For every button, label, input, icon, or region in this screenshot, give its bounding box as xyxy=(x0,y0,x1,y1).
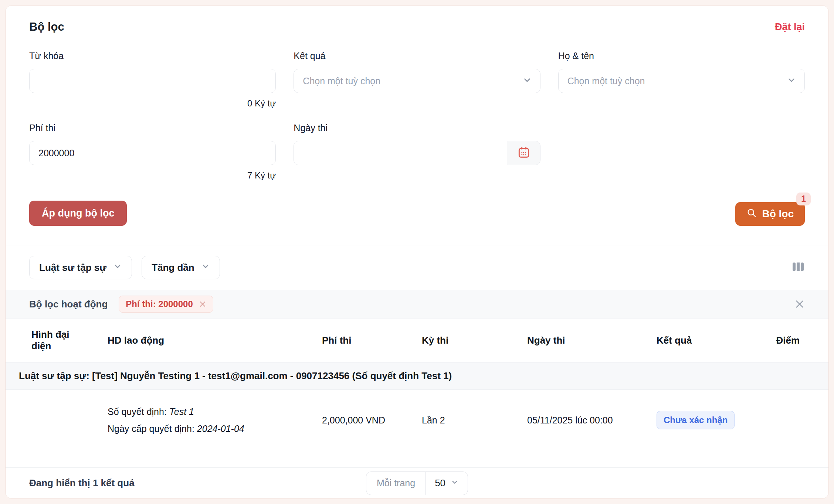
calendar-picker-button[interactable] xyxy=(508,141,540,165)
filter-buttons-row: Áp dụng bộ lọc 1 Bộ lọc xyxy=(29,201,805,226)
keyword-input[interactable] xyxy=(29,69,276,93)
group-header-text: Luật sư tập sự: [Test] Nguyễn Testing 1 … xyxy=(6,362,829,390)
calendar-icon xyxy=(518,146,530,160)
status-badge: Chưa xác nhận xyxy=(657,411,735,429)
keyword-label: Từ khóa xyxy=(29,51,276,61)
fee-label: Phí thi xyxy=(29,123,276,133)
sort-direction-value: Tăng dần xyxy=(152,262,194,273)
exam-date-input-wrap xyxy=(294,141,540,165)
fee-field-group: Phí thi 7 Ký tự xyxy=(29,123,276,181)
exam-round-cell: Lần 2 xyxy=(408,390,514,451)
column-header-exam-date: Ngày thi xyxy=(514,319,643,362)
chevron-down-icon xyxy=(522,75,532,86)
per-page-control: Mỗi trang 50 xyxy=(366,471,468,495)
per-page-value: 50 xyxy=(435,477,445,489)
filter-toggle-label: Bộ lọc xyxy=(762,208,794,220)
fee-cell: 2,000,000 VND xyxy=(309,390,408,451)
active-filters-bar: Bộ lọc hoạt động Phí thi: 2000000 xyxy=(6,290,828,319)
sort-field-dropdown[interactable]: Luật sư tập sự xyxy=(29,256,132,279)
avatar-cell xyxy=(6,390,94,451)
search-icon xyxy=(746,208,757,221)
decision-number-label: Số quyết định: xyxy=(108,406,167,417)
filter-toggle-button[interactable]: Bộ lọc xyxy=(735,202,805,226)
group-header-row: Luật sư tập sự: [Test] Nguyễn Testing 1 … xyxy=(6,362,829,390)
result-label: Kết quả xyxy=(294,51,540,61)
empty-grid-cell xyxy=(558,123,805,181)
active-filter-chip-text: Phí thi: 2000000 xyxy=(126,299,193,309)
active-filter-chip[interactable]: Phí thi: 2000000 xyxy=(119,296,213,313)
active-filters-title: Bộ lọc hoạt động xyxy=(29,299,108,310)
filter-grid-row2: Phí thi 7 Ký tự Ngày thi xyxy=(29,123,805,181)
spacer xyxy=(6,451,828,468)
contract-cell: Số quyết định: Test 1 Ngày cấp quyết địn… xyxy=(94,390,309,451)
result-cell: Chưa xác nhận xyxy=(643,390,752,451)
filter-count-badge: 1 xyxy=(796,193,811,205)
exam-date-cell: 05/11/2025 lúc 00:00 xyxy=(514,390,643,451)
filter-toggle-wrap: 1 Bộ lọc xyxy=(735,202,805,226)
result-select-placeholder: Chọn một tuỳ chọn xyxy=(303,76,380,86)
fullname-field-group: Họ & tên Chọn một tuỳ chọn xyxy=(558,51,805,109)
table-footer: Đang hiển thị 1 kết quả Mỗi trang 50 xyxy=(6,467,828,498)
results-table: Hình đại diện HD lao động Phí thi Kỳ thi… xyxy=(6,319,829,451)
column-header-result: Kết quả xyxy=(643,319,752,362)
filter-panel: Bộ lọc Đặt lại Từ khóa 0 Ký tự Kết quả C… xyxy=(6,6,828,245)
apply-filter-button[interactable]: Áp dụng bộ lọc xyxy=(29,201,127,226)
clear-all-filters-icon[interactable] xyxy=(794,299,805,309)
column-header-contract: HD lao động xyxy=(94,319,309,362)
fullname-label: Họ & tên xyxy=(558,51,805,61)
result-select[interactable]: Chọn một tuỳ chọn xyxy=(294,69,540,93)
column-header-score: Điểm xyxy=(752,319,829,362)
per-page-dropdown[interactable]: 50 xyxy=(426,472,468,495)
decision-date-label: Ngày cấp quyết định: xyxy=(108,423,194,434)
fee-input[interactable] xyxy=(29,141,276,165)
columns-icon xyxy=(791,261,805,274)
chevron-down-icon xyxy=(787,75,796,86)
filter-grid-row1: Từ khóa 0 Ký tự Kết quả Chọn một tuỳ chọ… xyxy=(29,51,805,109)
per-page-label: Mỗi trang xyxy=(366,472,426,495)
fullname-select[interactable]: Chọn một tuỳ chọn xyxy=(558,69,805,93)
results-summary: Đang hiển thị 1 kết quả xyxy=(29,477,135,489)
chevron-down-icon xyxy=(451,477,459,489)
filter-results-card: Bộ lọc Đặt lại Từ khóa 0 Ký tự Kết quả C… xyxy=(5,5,829,499)
decision-number-line: Số quyết định: Test 1 xyxy=(108,403,301,420)
sort-direction-dropdown[interactable]: Tăng dần xyxy=(142,256,220,279)
keyword-field-group: Từ khóa 0 Ký tự xyxy=(29,51,276,109)
decision-number-value: Test 1 xyxy=(169,406,194,417)
chip-remove-icon[interactable] xyxy=(199,300,206,308)
fee-char-counter: 7 Ký tự xyxy=(29,170,276,181)
keyword-char-counter: 0 Ký tự xyxy=(29,98,276,109)
sort-bar: Luật sư tập sự Tăng dần xyxy=(6,245,828,290)
score-cell xyxy=(752,390,829,451)
column-settings-button[interactable] xyxy=(791,261,805,274)
column-header-round: Kỳ thi xyxy=(408,319,514,362)
column-header-avatar: Hình đại diện xyxy=(6,319,94,362)
table-row[interactable]: Số quyết định: Test 1 Ngày cấp quyết địn… xyxy=(6,390,829,451)
exam-date-label: Ngày thi xyxy=(294,123,540,133)
chevron-down-icon xyxy=(113,262,122,273)
table-header-row: Hình đại diện HD lao động Phí thi Kỳ thi… xyxy=(6,319,829,362)
result-field-group: Kết quả Chọn một tuỳ chọn xyxy=(294,51,540,109)
fullname-select-placeholder: Chọn một tuỳ chọn xyxy=(567,76,645,86)
reset-filters-link[interactable]: Đặt lại xyxy=(775,21,805,33)
decision-date-value: 2024-01-04 xyxy=(197,423,244,434)
sort-field-value: Luật sư tập sự xyxy=(39,262,106,273)
chevron-down-icon xyxy=(201,262,210,273)
exam-date-input[interactable] xyxy=(294,141,507,165)
column-header-fee: Phí thi xyxy=(309,319,408,362)
filter-panel-title: Bộ lọc xyxy=(29,20,64,34)
filter-header: Bộ lọc Đặt lại xyxy=(29,20,805,34)
decision-date-line: Ngày cấp quyết định: 2024-01-04 xyxy=(108,420,301,437)
exam-date-field-group: Ngày thi xyxy=(294,123,540,181)
